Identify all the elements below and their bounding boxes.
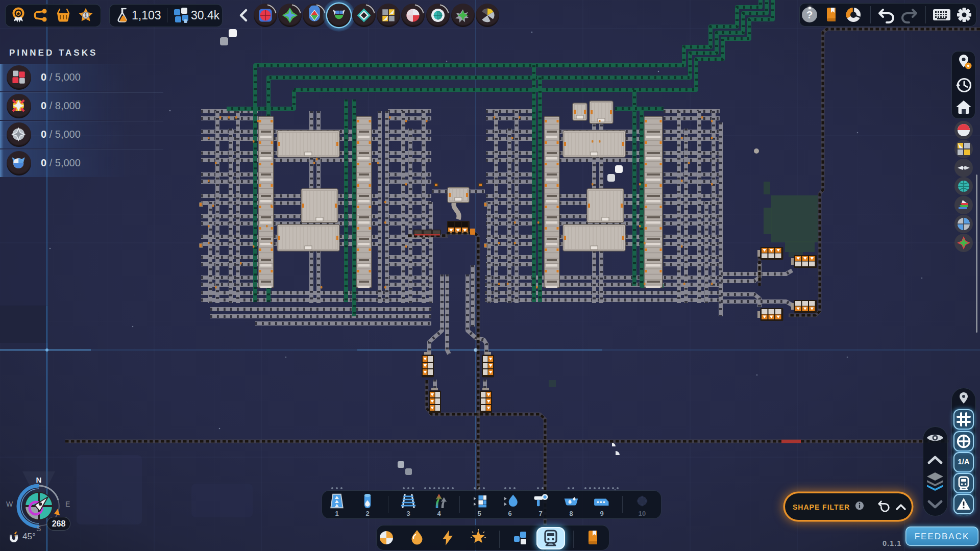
svg-text:?: ? bbox=[806, 9, 813, 20]
svg-text:1: 1 bbox=[84, 12, 87, 18]
